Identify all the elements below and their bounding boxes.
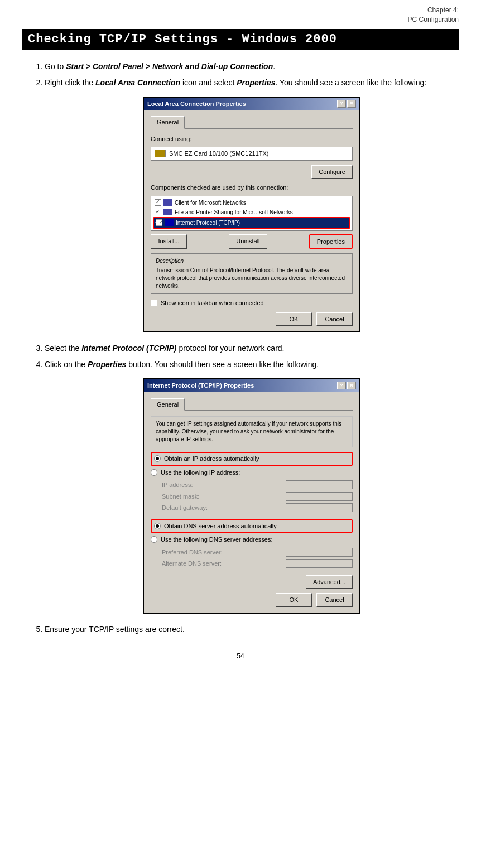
tab-bar: General [151,115,353,129]
dialog2-ok-button[interactable]: OK [276,593,312,607]
step-1: Go to Start > Control Panel > Network an… [45,61,459,73]
gateway-label: Default gateway: [162,503,208,513]
radio-manual-ip-label: Use the following IP address: [161,468,240,478]
description-label: Description [156,257,348,265]
dialog2-body: General You can get IP settings assigned… [144,392,359,613]
step3-protocol: Internet Protocol (TCP/IP) [81,344,176,353]
configure-button[interactable]: Configure [311,165,353,179]
component-1-label: Client for Microsoft Networks [175,199,246,207]
preferred-dns-label: Preferred DNS server: [162,548,223,557]
dialog2-titlebar-buttons: ? ✕ [337,382,356,389]
step-2: Right click the Local Area Connection ic… [45,77,459,333]
dialog2-intro: You can get IP settings assigned automat… [151,416,353,447]
dialog2-close-button[interactable]: ✕ [347,382,356,389]
page-title: Checking TCP/IP Settings - Windows 2000 [22,29,459,50]
step1-nav: Start > Control Panel > Network and Dial… [66,62,273,71]
ip-fields: IP address: Subnet mask: Default gateway… [151,479,353,514]
dialog1-wrapper: Local Area Connection Properties ? ✕ Gen… [45,97,459,333]
dialog2-tab-bar: General [151,398,353,411]
component-2-label: File and Printer Sharing for Micr…soft N… [175,208,293,216]
component-2[interactable]: File and Printer Sharing for Micr…soft N… [153,208,350,217]
step2-props: Properties [237,78,275,87]
radio-auto-ip-row[interactable]: Obtain an IP address automatically [151,452,353,466]
show-icon-row: Show icon in taskbar when connected [151,298,353,308]
components-label: Components checked are used by this conn… [151,183,353,192]
alternate-dns-label: Alternate DNS server: [162,559,222,568]
smc-icon [155,150,166,157]
connect-using-label: Connect using: [151,134,353,144]
component-3-label: Internet Protocol (TCP/IP) [176,219,240,227]
ok-cancel-row: OK Cancel [151,312,353,326]
subnet-row: Subnet mask: [162,491,353,503]
dialog2: Internet Protocol (TCP/IP) Properties ? … [143,378,360,614]
close-button[interactable]: ✕ [347,100,356,108]
step-4: Click on the Properties button. You shou… [45,359,459,614]
smc-card-box: SMC EZ Card 10/100 (SMC1211TX) [151,147,353,161]
radio-manual-dns-label: Use the following DNS server addresses: [161,535,273,544]
chapter-line1: Chapter 4: [427,6,459,14]
uninstall-button[interactable]: Uninstall [229,234,267,249]
dialog1-cancel-button[interactable]: Cancel [316,312,353,326]
dialog1-titlebar: Local Area Connection Properties ? ✕ [144,98,359,110]
gateway-row: Default gateway: [162,502,353,514]
radio-auto-ip[interactable] [154,455,161,462]
instructions: Go to Start > Control Panel > Network an… [28,61,459,635]
alternate-dns-field [286,559,353,568]
chapter-line2: PC Configuration [408,16,459,23]
chapter-header: Chapter 4: PC Configuration [22,6,459,25]
dns-fields: Preferred DNS server: Alternate DNS serv… [151,547,353,570]
radio-auto-dns-row[interactable]: Obtain DNS server address automatically [151,519,353,533]
dialog2-cancel-button[interactable]: Cancel [316,593,353,607]
radio-auto-dns[interactable] [154,523,161,529]
step2-lac: Local Area Connection [95,78,180,87]
advanced-button[interactable]: Advanced... [306,575,353,589]
radio-manual-dns[interactable] [151,536,157,543]
action-buttons: Install... Uninstall Properties [151,234,353,249]
step-3: Select the Internet Protocol (TCP/IP) pr… [45,343,459,354]
step4-props: Properties [88,360,126,369]
checkbox-3[interactable]: ✓ [156,219,162,226]
radio-manual-ip-row[interactable]: Use the following IP address: [151,468,353,478]
network-icon-1 [163,199,172,206]
tab-general[interactable]: General [151,116,185,129]
subnet-label: Subnet mask: [162,492,199,501]
show-icon-checkbox[interactable] [151,300,157,306]
ip-address-row: IP address: [162,479,353,491]
card-name: SMC EZ Card 10/100 (SMC1211TX) [169,149,269,158]
radio-manual-dns-row[interactable]: Use the following DNS server addresses: [151,535,353,544]
description-box: Description Transmission Control Protoco… [151,253,353,294]
properties-button[interactable]: Properties [309,234,353,249]
dialog1-title: Local Area Connection Properties [147,99,246,109]
help-button[interactable]: ? [337,100,346,108]
dialog1-body: General Connect using: SMC EZ Card 10/10… [144,110,359,331]
components-listbox: Client for Microsoft Networks File and P… [151,196,353,231]
step-5: Ensure your TCP/IP settings are correct. [45,624,459,635]
checkbox-1[interactable] [155,199,161,206]
dialog2-tab-general[interactable]: General [151,398,185,411]
dialog2-wrapper: Internet Protocol (TCP/IP) Properties ? … [45,378,459,614]
checkbox-2[interactable] [155,209,161,215]
ip-address-field [286,480,353,489]
description-text: Transmission Control Protocol/Internet P… [156,267,348,290]
network-icon-2 [163,209,172,215]
dialog1: Local Area Connection Properties ? ✕ Gen… [143,97,360,333]
component-3[interactable]: ✓ Internet Protocol (TCP/IP) [153,217,350,229]
dialog2-ok-cancel: OK Cancel [151,593,353,607]
dialog1-ok-button[interactable]: OK [276,312,312,326]
titlebar-buttons: ? ✕ [337,100,356,108]
dialog2-help-button[interactable]: ? [337,382,346,389]
dialog2-titlebar: Internet Protocol (TCP/IP) Properties ? … [144,379,359,392]
preferred-dns-row: Preferred DNS server: [162,547,353,558]
radio-auto-dns-label: Obtain DNS server address automatically [164,522,277,531]
dialog2-title: Internet Protocol (TCP/IP) Properties [147,381,254,390]
install-button[interactable]: Install... [151,234,187,249]
network-icon-3 [165,219,174,226]
gateway-field [286,503,353,512]
alternate-dns-row: Alternate DNS server: [162,558,353,570]
ip-address-label: IP address: [162,480,193,490]
radio-manual-ip[interactable] [151,469,157,476]
subnet-field [286,492,353,501]
component-1[interactable]: Client for Microsoft Networks [153,198,350,208]
radio-auto-ip-label: Obtain an IP address automatically [164,454,259,464]
page-number: 54 [22,652,459,660]
